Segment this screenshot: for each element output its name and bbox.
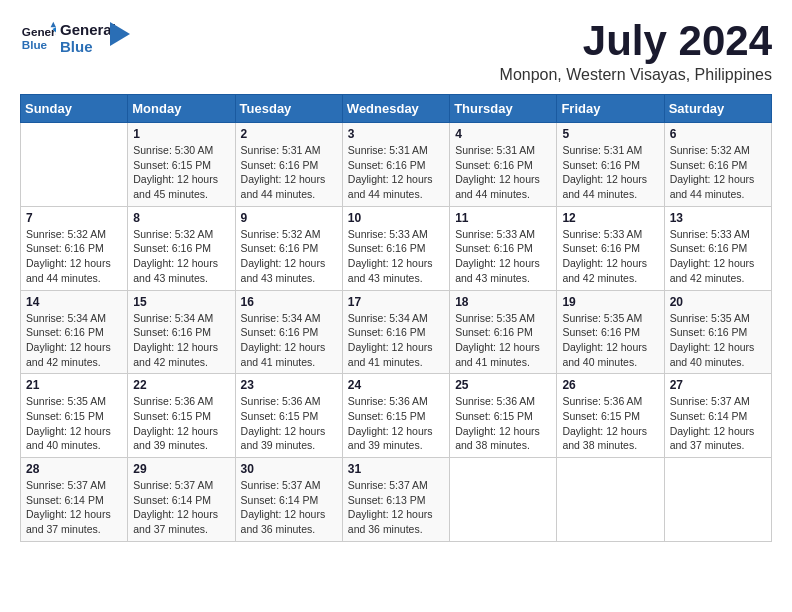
logo-blue: Blue [60,38,116,55]
day-number: 30 [241,462,337,476]
day-info: Sunrise: 5:33 AM Sunset: 6:16 PM Dayligh… [562,227,658,286]
day-info: Sunrise: 5:30 AM Sunset: 6:15 PM Dayligh… [133,143,229,202]
day-info: Sunrise: 5:37 AM Sunset: 6:14 PM Dayligh… [26,478,122,537]
calendar-week-row: 7Sunrise: 5:32 AM Sunset: 6:16 PM Daylig… [21,206,772,290]
logo-arrow-icon [110,22,130,46]
day-info: Sunrise: 5:35 AM Sunset: 6:15 PM Dayligh… [26,394,122,453]
day-info: Sunrise: 5:32 AM Sunset: 6:16 PM Dayligh… [241,227,337,286]
calendar-cell: 10Sunrise: 5:33 AM Sunset: 6:16 PM Dayli… [342,206,449,290]
day-number: 21 [26,378,122,392]
calendar-cell: 14Sunrise: 5:34 AM Sunset: 6:16 PM Dayli… [21,290,128,374]
calendar-cell: 3Sunrise: 5:31 AM Sunset: 6:16 PM Daylig… [342,123,449,207]
day-number: 12 [562,211,658,225]
day-info: Sunrise: 5:33 AM Sunset: 6:16 PM Dayligh… [348,227,444,286]
day-number: 22 [133,378,229,392]
calendar-cell: 11Sunrise: 5:33 AM Sunset: 6:16 PM Dayli… [450,206,557,290]
day-number: 28 [26,462,122,476]
day-number: 31 [348,462,444,476]
calendar-cell: 27Sunrise: 5:37 AM Sunset: 6:14 PM Dayli… [664,374,771,458]
day-info: Sunrise: 5:35 AM Sunset: 6:16 PM Dayligh… [670,311,766,370]
calendar-day-header: Tuesday [235,95,342,123]
calendar-cell: 25Sunrise: 5:36 AM Sunset: 6:15 PM Dayli… [450,374,557,458]
calendar-cell: 15Sunrise: 5:34 AM Sunset: 6:16 PM Dayli… [128,290,235,374]
calendar-cell: 26Sunrise: 5:36 AM Sunset: 6:15 PM Dayli… [557,374,664,458]
day-info: Sunrise: 5:31 AM Sunset: 6:16 PM Dayligh… [241,143,337,202]
calendar-day-header: Saturday [664,95,771,123]
day-number: 24 [348,378,444,392]
day-number: 10 [348,211,444,225]
day-number: 16 [241,295,337,309]
calendar-cell: 2Sunrise: 5:31 AM Sunset: 6:16 PM Daylig… [235,123,342,207]
day-info: Sunrise: 5:32 AM Sunset: 6:16 PM Dayligh… [670,143,766,202]
day-info: Sunrise: 5:33 AM Sunset: 6:16 PM Dayligh… [455,227,551,286]
calendar-cell: 28Sunrise: 5:37 AM Sunset: 6:14 PM Dayli… [21,458,128,542]
day-number: 1 [133,127,229,141]
day-number: 4 [455,127,551,141]
day-number: 11 [455,211,551,225]
calendar-cell: 23Sunrise: 5:36 AM Sunset: 6:15 PM Dayli… [235,374,342,458]
day-number: 23 [241,378,337,392]
calendar-day-header: Thursday [450,95,557,123]
calendar-cell: 6Sunrise: 5:32 AM Sunset: 6:16 PM Daylig… [664,123,771,207]
subtitle: Monpon, Western Visayas, Philippines [500,66,772,84]
day-info: Sunrise: 5:35 AM Sunset: 6:16 PM Dayligh… [455,311,551,370]
day-info: Sunrise: 5:37 AM Sunset: 6:14 PM Dayligh… [670,394,766,453]
day-info: Sunrise: 5:34 AM Sunset: 6:16 PM Dayligh… [348,311,444,370]
svg-text:Blue: Blue [22,38,48,51]
calendar-cell: 20Sunrise: 5:35 AM Sunset: 6:16 PM Dayli… [664,290,771,374]
calendar-body: 1Sunrise: 5:30 AM Sunset: 6:15 PM Daylig… [21,123,772,542]
day-info: Sunrise: 5:36 AM Sunset: 6:15 PM Dayligh… [241,394,337,453]
header: General Blue General Blue July 2024 Monp… [20,20,772,84]
calendar-cell: 18Sunrise: 5:35 AM Sunset: 6:16 PM Dayli… [450,290,557,374]
day-number: 25 [455,378,551,392]
day-info: Sunrise: 5:37 AM Sunset: 6:14 PM Dayligh… [241,478,337,537]
day-info: Sunrise: 5:36 AM Sunset: 6:15 PM Dayligh… [348,394,444,453]
day-info: Sunrise: 5:37 AM Sunset: 6:14 PM Dayligh… [133,478,229,537]
calendar-cell: 24Sunrise: 5:36 AM Sunset: 6:15 PM Dayli… [342,374,449,458]
day-number: 8 [133,211,229,225]
calendar-header-row: SundayMondayTuesdayWednesdayThursdayFrid… [21,95,772,123]
day-info: Sunrise: 5:32 AM Sunset: 6:16 PM Dayligh… [133,227,229,286]
calendar-cell: 1Sunrise: 5:30 AM Sunset: 6:15 PM Daylig… [128,123,235,207]
day-number: 15 [133,295,229,309]
day-info: Sunrise: 5:31 AM Sunset: 6:16 PM Dayligh… [562,143,658,202]
calendar-day-header: Sunday [21,95,128,123]
day-info: Sunrise: 5:31 AM Sunset: 6:16 PM Dayligh… [348,143,444,202]
day-number: 13 [670,211,766,225]
calendar-cell [664,458,771,542]
logo-icon: General Blue [20,20,56,56]
calendar-cell: 5Sunrise: 5:31 AM Sunset: 6:16 PM Daylig… [557,123,664,207]
title-section: July 2024 Monpon, Western Visayas, Phili… [500,20,772,84]
calendar-table: SundayMondayTuesdayWednesdayThursdayFrid… [20,94,772,542]
svg-marker-4 [110,22,130,46]
day-info: Sunrise: 5:36 AM Sunset: 6:15 PM Dayligh… [562,394,658,453]
calendar-week-row: 21Sunrise: 5:35 AM Sunset: 6:15 PM Dayli… [21,374,772,458]
calendar-cell: 31Sunrise: 5:37 AM Sunset: 6:13 PM Dayli… [342,458,449,542]
day-number: 26 [562,378,658,392]
calendar-cell: 7Sunrise: 5:32 AM Sunset: 6:16 PM Daylig… [21,206,128,290]
calendar-week-row: 1Sunrise: 5:30 AM Sunset: 6:15 PM Daylig… [21,123,772,207]
main-title: July 2024 [500,20,772,62]
day-info: Sunrise: 5:35 AM Sunset: 6:16 PM Dayligh… [562,311,658,370]
day-number: 17 [348,295,444,309]
day-number: 20 [670,295,766,309]
day-info: Sunrise: 5:34 AM Sunset: 6:16 PM Dayligh… [241,311,337,370]
day-info: Sunrise: 5:37 AM Sunset: 6:13 PM Dayligh… [348,478,444,537]
day-number: 2 [241,127,337,141]
calendar-day-header: Monday [128,95,235,123]
day-number: 19 [562,295,658,309]
day-info: Sunrise: 5:32 AM Sunset: 6:16 PM Dayligh… [26,227,122,286]
day-info: Sunrise: 5:36 AM Sunset: 6:15 PM Dayligh… [455,394,551,453]
day-number: 29 [133,462,229,476]
calendar-cell: 16Sunrise: 5:34 AM Sunset: 6:16 PM Dayli… [235,290,342,374]
calendar-day-header: Wednesday [342,95,449,123]
day-info: Sunrise: 5:36 AM Sunset: 6:15 PM Dayligh… [133,394,229,453]
day-number: 9 [241,211,337,225]
calendar-cell: 19Sunrise: 5:35 AM Sunset: 6:16 PM Dayli… [557,290,664,374]
day-info: Sunrise: 5:33 AM Sunset: 6:16 PM Dayligh… [670,227,766,286]
day-info: Sunrise: 5:34 AM Sunset: 6:16 PM Dayligh… [133,311,229,370]
day-number: 18 [455,295,551,309]
calendar-cell [450,458,557,542]
calendar-cell: 4Sunrise: 5:31 AM Sunset: 6:16 PM Daylig… [450,123,557,207]
calendar-week-row: 14Sunrise: 5:34 AM Sunset: 6:16 PM Dayli… [21,290,772,374]
